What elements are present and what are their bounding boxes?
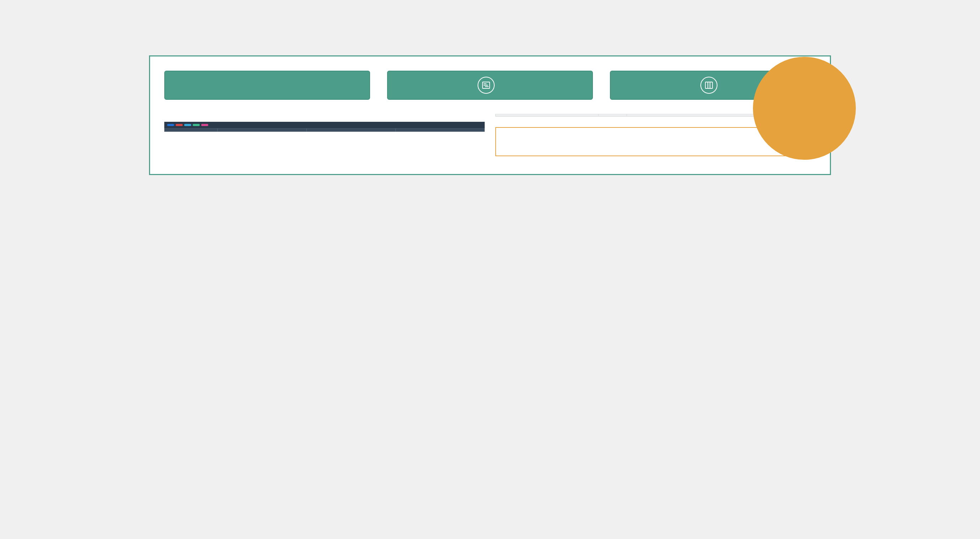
gantt-col-header — [598, 114, 627, 116]
svg-rect-4 — [705, 82, 713, 88]
kanban-icon — [700, 77, 718, 94]
kanban-col-header — [307, 128, 396, 132]
gantt-col-header — [496, 114, 598, 116]
tab-gantt-chart[interactable] — [387, 71, 593, 100]
filter-pill[interactable] — [176, 124, 183, 126]
kanban-col-header — [396, 128, 485, 132]
kanban-board — [164, 122, 485, 132]
filter-pill[interactable] — [184, 124, 191, 126]
gantt-chart-icon — [477, 77, 495, 94]
kanban-col-header — [218, 128, 307, 132]
promo-badge — [753, 57, 856, 160]
feature-tabs — [164, 71, 816, 100]
kanban-col-header — [164, 128, 218, 132]
filter-pill[interactable] — [167, 124, 174, 126]
filter-pill[interactable] — [201, 124, 208, 126]
tab-task-management[interactable] — [164, 71, 370, 100]
main-panel — [149, 56, 831, 175]
filter-pill[interactable] — [192, 124, 200, 126]
